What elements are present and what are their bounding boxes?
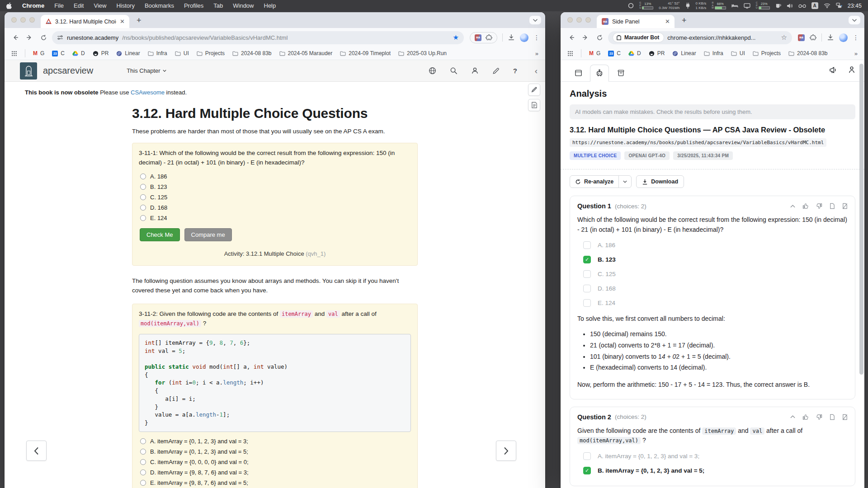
search-icon[interactable] <box>450 67 458 75</box>
bookmark-star-icon[interactable]: ★ <box>453 33 459 42</box>
downloads-button[interactable] <box>827 34 834 41</box>
q1-choice-a[interactable]: A. 186 <box>583 241 848 249</box>
q2-choice-a[interactable]: A. itemArray = {0, 1, 2, 3} and val = 3; <box>583 452 848 460</box>
radio-icon[interactable] <box>140 194 146 200</box>
checkbox-icon[interactable] <box>583 285 591 292</box>
q1-option-b[interactable]: B. 123 <box>140 183 411 190</box>
bookmark-icon[interactable] <box>830 414 835 420</box>
runestone-logo[interactable] <box>20 62 37 80</box>
tab-search-button[interactable] <box>529 16 541 24</box>
notes-button[interactable] <box>528 99 540 111</box>
site-settings-icon[interactable] <box>57 34 63 41</box>
radio-icon[interactable] <box>140 205 146 211</box>
download-button[interactable]: Download <box>636 175 684 188</box>
q2-option-b[interactable]: B. itemArray = {0, 1, 2, 3} and val = 5; <box>140 448 411 455</box>
bookmark-folder-ui[interactable]: UI <box>175 50 189 56</box>
close-window-button[interactable] <box>11 17 17 23</box>
menu-item-edit[interactable]: Edit <box>74 2 84 9</box>
q1-option-a[interactable]: A. 186 <box>140 173 411 180</box>
checkbox-icon[interactable] <box>583 452 591 460</box>
ram-meter[interactable]: R A M 66% <box>712 2 726 9</box>
tab-search-button[interactable] <box>849 16 860 24</box>
bookmarks-overflow-icon[interactable]: » <box>535 50 538 57</box>
bookmark-folder-projects[interactable]: Projects <box>197 50 225 56</box>
new-tab-button[interactable]: + <box>682 16 687 25</box>
radio-icon[interactable] <box>140 184 146 190</box>
back-button[interactable] <box>566 34 577 41</box>
bookmark-folder-2024-08[interactable]: 2024-08 83b <box>788 50 827 56</box>
collapse-chevron-icon[interactable] <box>790 415 795 418</box>
menu-item-profiles[interactable]: Profiles <box>184 2 203 9</box>
radio-icon[interactable] <box>140 459 146 465</box>
tab-hard-multiple-choice[interactable]: 3.12. Hard Multiple Choice Qu ✕ <box>41 15 129 28</box>
bookmark-star-icon[interactable]: ☆ <box>781 33 787 42</box>
extensions-puzzle-icon[interactable] <box>486 34 492 41</box>
bookmark-folder-projects[interactable]: Projects <box>753 50 781 56</box>
apple-menu-icon[interactable] <box>6 2 12 9</box>
address-bar[interactable]: runestone.academy/ns/books/published/apc… <box>52 31 464 44</box>
bookmark-icon[interactable] <box>830 203 835 209</box>
bookmark-folder-infra[interactable]: Infra <box>704 50 723 56</box>
thumbs-down-icon[interactable] <box>816 414 822 420</box>
q2-choice-b[interactable]: ✓B. itemArray = {0, 1, 2, 3} and val = 5… <box>583 467 848 474</box>
globe-icon[interactable] <box>429 67 436 75</box>
q2-option-c[interactable]: C. itemArray = {0, 0, 0, 0} and val = 0; <box>140 459 411 465</box>
menu-item-window[interactable]: Window <box>233 2 254 9</box>
power-adapter-icon[interactable] <box>685 2 690 9</box>
menu-clock[interactable]: 23:45 <box>848 3 862 9</box>
minimize-window-button[interactable] <box>576 17 582 23</box>
record-icon[interactable] <box>628 3 634 9</box>
extensions-puzzle-icon[interactable] <box>810 34 816 41</box>
pencil-icon[interactable] <box>492 67 500 75</box>
scratchpad-toggle-button[interactable] <box>528 84 540 96</box>
bookmark-off-icon[interactable] <box>842 414 848 420</box>
thumbs-down-icon[interactable] <box>816 203 822 209</box>
user-icon[interactable] <box>848 66 855 74</box>
apps-grid-icon[interactable] <box>567 51 573 56</box>
user-icon[interactable] <box>471 67 479 75</box>
radio-icon[interactable] <box>140 174 146 179</box>
caffeine-icon[interactable] <box>775 3 781 9</box>
forward-button[interactable] <box>24 34 35 41</box>
q1-option-c[interactable]: C. 125 <box>140 194 411 201</box>
menu-item-view[interactable]: View <box>94 2 106 9</box>
volume-icon[interactable] <box>787 3 793 9</box>
display-icon[interactable] <box>744 3 750 9</box>
panel-scrollbar[interactable] <box>859 64 863 375</box>
reload-button[interactable] <box>38 34 49 41</box>
radio-icon[interactable] <box>140 480 146 486</box>
bookmark-folder-2024-05[interactable]: 2024-05 Marauder <box>279 50 333 56</box>
downloads-button[interactable] <box>508 34 515 41</box>
csawesome-link[interactable]: CSAwesome <box>131 89 165 96</box>
q1-choice-e[interactable]: E. 124 <box>583 299 848 307</box>
fast-user-switch-icon[interactable] <box>836 3 842 9</box>
q2-option-d[interactable]: D. itemArray = {9, 8, 7, 6} and val = 3; <box>140 469 411 476</box>
minimize-window-button[interactable] <box>20 17 26 23</box>
reload-button[interactable] <box>594 34 605 41</box>
apps-grid-icon[interactable] <box>11 51 17 56</box>
checkbox-checked-icon[interactable]: ✓ <box>583 256 591 263</box>
radio-icon[interactable] <box>140 215 146 221</box>
profile-avatar[interactable] <box>839 33 848 42</box>
bookmark-drive[interactable]: D <box>72 50 85 56</box>
next-page-button[interactable] <box>496 441 516 461</box>
bookmark-folder-ui[interactable]: UI <box>731 50 745 56</box>
chrome-menu-icon[interactable]: ⋮ <box>853 34 859 41</box>
gpu-meter[interactable]: G P U 13% <box>639 2 653 9</box>
bookmark-linear[interactable]: Linear <box>116 50 140 56</box>
bookmark-off-icon[interactable] <box>842 203 848 209</box>
compare-me-button[interactable]: Compare me <box>184 228 232 241</box>
panel-tab-robot[interactable] <box>590 65 609 82</box>
checkbox-checked-icon[interactable]: ✓ <box>583 467 591 474</box>
sidebar-collapse-icon[interactable]: ‹ <box>535 66 538 76</box>
bookmark-calendar[interactable]: 23C <box>608 50 621 56</box>
chrome-menu-icon[interactable]: ⋮ <box>533 34 540 41</box>
close-window-button[interactable] <box>567 17 573 23</box>
eyeglasses-icon[interactable] <box>798 4 806 8</box>
wifi-icon[interactable] <box>824 3 830 8</box>
address-bar[interactable]: Marauder Bot chrome-extension://nhkkaken… <box>608 31 792 44</box>
bookmark-gmail[interactable]: MG <box>589 50 600 56</box>
brand-title[interactable]: apcsareview <box>43 66 93 76</box>
back-button[interactable] <box>10 34 21 41</box>
new-tab-button[interactable]: + <box>137 16 142 25</box>
